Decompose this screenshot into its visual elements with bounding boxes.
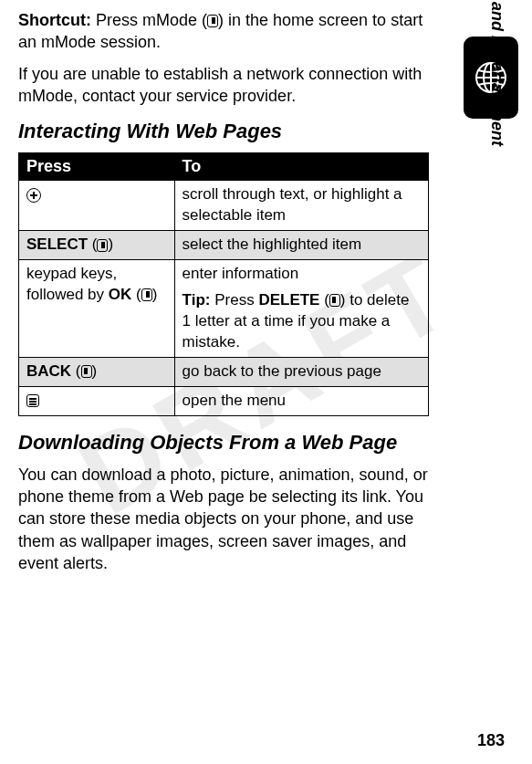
shortcut-text-1: Press mMode ( <box>91 11 207 29</box>
ok-label: OK <box>109 286 132 303</box>
tip-text-1: Press <box>210 291 258 309</box>
page-number: 183 <box>477 731 505 750</box>
softkey-left-icon <box>329 294 340 307</box>
back-label: BACK <box>26 362 71 380</box>
paren-open: ( <box>131 286 141 303</box>
delete-label: DELETE <box>258 291 319 309</box>
th-to: To <box>174 153 428 181</box>
download-paragraph: You can download a photo, picture, anima… <box>18 464 429 574</box>
softkey-left-icon <box>81 365 92 378</box>
table-row: SELECT () select the highlighted item <box>19 231 429 260</box>
softkey-right-icon <box>97 239 108 252</box>
paren-open: ( <box>88 235 97 253</box>
tip-block: Tip: Press DELETE () to delete 1 letter … <box>183 290 421 353</box>
table-row: BACK () go back to the previous page <box>19 357 429 386</box>
keypress-table: Press To scroll through text, or highlig… <box>18 152 429 415</box>
paren-open: ( <box>319 291 329 309</box>
keypad-text: keypad keys, followed by <box>26 265 117 303</box>
heading-interacting: Interacting With Web Pages <box>18 120 429 143</box>
softkey-right-icon <box>141 288 152 301</box>
paren-close: ) <box>108 235 113 253</box>
shortcut-label: Shortcut: <box>18 11 91 29</box>
cell-to: go back to the previous page <box>174 357 428 386</box>
paren-close: ) <box>152 286 158 303</box>
table-row: scroll through text, or highlight a sele… <box>19 181 429 231</box>
heading-downloading: Downloading Objects From a Web Page <box>18 431 429 455</box>
table-row: open the menu <box>19 386 429 415</box>
select-label: SELECT <box>26 235 88 253</box>
tip-label: Tip: <box>183 291 211 309</box>
cell-to: open the menu <box>174 386 428 415</box>
cell-to: select the highlighted item <box>174 231 428 260</box>
th-press: Press <box>19 153 175 181</box>
cell-press: keypad keys, followed by OK () <box>19 260 175 358</box>
menu-key-icon <box>26 394 39 407</box>
cell-press <box>19 386 175 415</box>
nav-key-icon <box>26 188 41 203</box>
cell-press <box>19 181 175 231</box>
shortcut-paragraph: Shortcut: Press mMode () in the home scr… <box>18 9 429 54</box>
section-title-vertical: News and Entertainment <box>487 0 506 146</box>
main-content: Shortcut: Press mMode () in the home scr… <box>0 0 447 574</box>
cell-to: scroll through text, or highlight a sele… <box>174 181 428 231</box>
enter-info: enter information <box>183 264 421 285</box>
softkey-right-icon <box>207 15 218 27</box>
table-row: keypad keys, followed by OK () enter inf… <box>19 260 429 358</box>
paren-close: ) <box>92 362 98 380</box>
cell-press: SELECT () <box>19 231 175 260</box>
paren-open: ( <box>71 362 80 380</box>
cell-to: enter information Tip: Press DELETE () t… <box>174 260 428 358</box>
cell-press: BACK () <box>19 357 175 386</box>
connection-paragraph: If you are unable to establish a network… <box>18 63 429 108</box>
